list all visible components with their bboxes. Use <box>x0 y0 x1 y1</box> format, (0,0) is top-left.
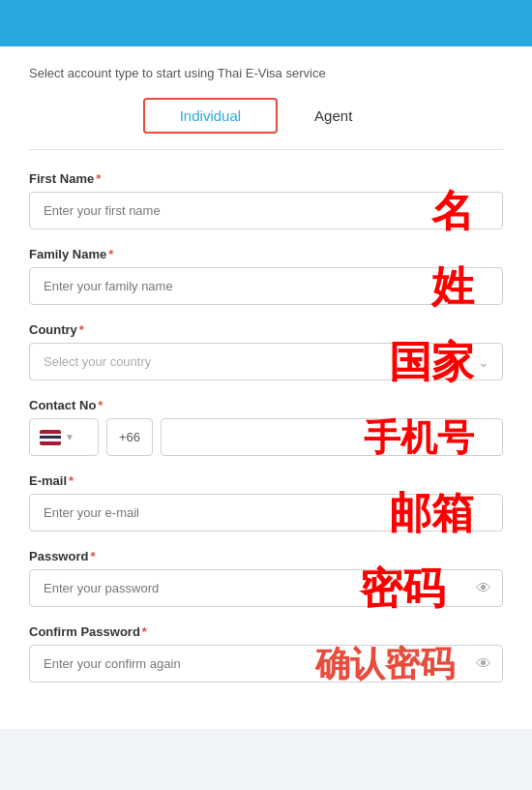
family-name-input[interactable] <box>29 267 503 305</box>
flag-dropdown-arrow: ▼ <box>65 432 74 442</box>
password-eye-icon[interactable]: 👁 <box>476 580 491 597</box>
first-name-label: First Name* <box>29 171 503 186</box>
form-container: Select account type to start using Thai … <box>0 46 532 729</box>
individual-button[interactable]: Individual <box>143 98 278 134</box>
first-name-group: First Name* 名 <box>29 171 503 229</box>
confirm-password-group: Confirm Password* 👁 确认密码 <box>29 624 503 683</box>
family-name-group: Family Name* 姓 <box>29 247 503 305</box>
country-group: Country* Select your country Thailand Ch… <box>29 322 503 380</box>
confirm-password-input[interactable] <box>29 645 503 683</box>
password-inner: 👁 <box>29 569 503 607</box>
password-input-wrapper: 👁 密码 <box>29 569 503 607</box>
email-label: E-mail* <box>29 473 503 488</box>
phone-number-input[interactable] <box>161 418 503 456</box>
confirm-password-input-wrapper: 👁 确认密码 <box>29 645 503 683</box>
country-select[interactable]: Select your country Thailand China Unite… <box>29 343 503 380</box>
phone-flag-selector[interactable]: ▼ <box>29 418 99 456</box>
account-type-selector: Individual Agent <box>29 98 503 150</box>
top-banner <box>0 0 532 46</box>
country-select-wrapper: Select your country Thailand China Unite… <box>29 343 503 380</box>
contact-no-label: Contact No* <box>29 398 503 412</box>
first-name-input-wrapper: 名 <box>29 192 503 229</box>
email-input[interactable] <box>29 494 503 532</box>
thai-flag-icon <box>40 430 61 445</box>
agent-button[interactable]: Agent <box>278 98 389 134</box>
contact-no-group: Contact No* ▼ +66 手机号 <box>29 398 503 456</box>
phone-group: ▼ +66 <box>29 418 503 456</box>
first-name-input[interactable] <box>29 192 503 229</box>
password-input[interactable] <box>29 569 503 607</box>
country-label: Country* <box>29 322 503 337</box>
contact-no-input-wrapper: ▼ +66 手机号 <box>29 418 503 456</box>
email-group: E-mail* 邮箱 <box>29 473 503 532</box>
password-label: Password* <box>29 549 503 563</box>
confirm-password-label: Confirm Password* <box>29 624 503 639</box>
country-select-inner: Select your country Thailand China Unite… <box>29 343 503 380</box>
family-name-input-wrapper: 姓 <box>29 267 503 305</box>
family-name-label: Family Name* <box>29 247 503 261</box>
confirm-password-inner: 👁 <box>29 645 503 683</box>
email-input-wrapper: 邮箱 <box>29 494 503 532</box>
phone-code-display: +66 <box>106 418 153 456</box>
subtitle-text: Select account type to start using Thai … <box>29 66 503 80</box>
password-group: Password* 👁 密码 <box>29 549 503 607</box>
confirm-eye-icon[interactable]: 👁 <box>476 655 491 673</box>
